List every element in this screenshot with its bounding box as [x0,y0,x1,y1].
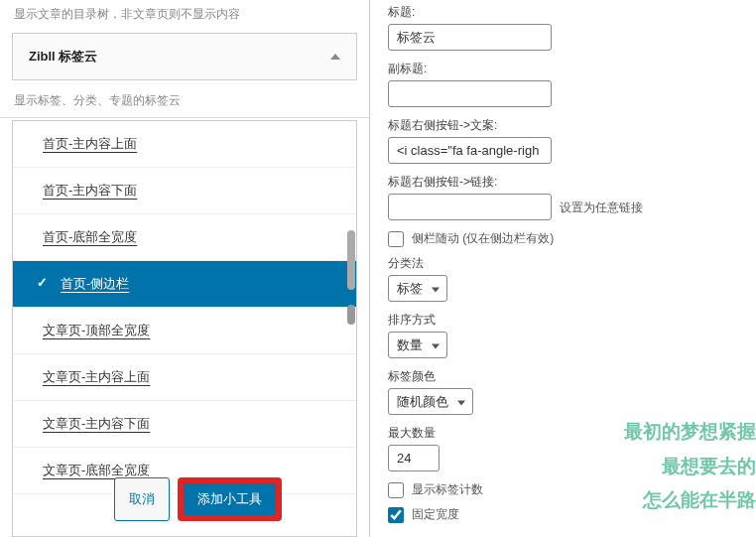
button-link-input[interactable] [388,194,552,220]
button-link-hint: 设置为任意链接 [560,201,643,214]
option-item[interactable]: 文章页-主内容下面 [13,401,356,448]
option-item[interactable]: 文章页-主内容上面 [13,354,356,401]
color-label: 标签颜色 [388,368,738,385]
add-button-highlight: 添加小工具 [178,477,282,521]
sidebar-follow-checkbox[interactable] [388,231,404,247]
sidebar-follow-label: 侧栏随动 (仅在侧边栏有效) [412,230,554,247]
max-label: 最大数量 [388,425,738,442]
option-item[interactable]: 首页-底部全宽度 [13,214,356,261]
options-scroll[interactable]: 首页-主内容上面首页-主内容下面首页-底部全宽度首页-侧边栏文章页-顶部全宽度文… [13,121,356,536]
option-item[interactable]: 首页-主内容上面 [13,121,356,168]
fixed-width-label: 固定宽度 [412,506,459,523]
show-count-checkbox[interactable] [388,482,404,498]
right-panel: 标题: 副标题: 标题右侧按钮->文案: 标题右侧按钮->链接: 设置为任意链接… [370,0,756,537]
widget-header-title: Zibll 标签云 [29,48,97,66]
option-item[interactable]: 首页-侧边栏 [13,261,356,308]
cancel-button[interactable]: 取消 [114,477,170,521]
taxonomy-label: 分类法 [388,255,738,272]
button-text-label: 标题右侧按钮->文案: [388,117,738,134]
widget-desc: 显示标签、分类、专题的标签云 [0,88,369,118]
show-count-label: 显示标签计数 [412,481,483,498]
fixed-width-checkbox[interactable] [388,507,404,523]
sort-select[interactable]: 数量 [388,332,447,358]
taxonomy-select[interactable]: 标签 [388,275,447,302]
title-input[interactable] [388,24,552,51]
add-widget-button[interactable]: 添加小工具 [184,483,276,515]
scrollbar-thumb[interactable] [347,305,355,325]
left-panel: 显示文章的目录树，非文章页则不显示内容 Zibll 标签云 显示标签、分类、专题… [0,0,370,537]
top-hint: 显示文章的目录树，非文章页则不显示内容 [0,0,369,25]
sort-label: 排序方式 [388,312,738,329]
title-label: 标题: [388,4,738,21]
footer-buttons: 取消 添加小工具 [114,477,282,521]
widget-header[interactable]: Zibll 标签云 [12,33,357,80]
subtitle-label: 副标题: [388,61,738,77]
option-item[interactable]: 文章页-顶部全宽度 [13,308,356,354]
max-input[interactable] [388,445,440,471]
options-list: 首页-主内容上面首页-主内容下面首页-底部全宽度首页-侧边栏文章页-顶部全宽度文… [12,120,357,537]
button-text-input[interactable] [388,137,552,164]
option-item[interactable]: 首页-主内容下面 [13,168,356,214]
collapse-icon [330,54,340,60]
subtitle-input[interactable] [388,80,552,107]
button-link-label: 标题右侧按钮->链接: [388,174,738,191]
scrollbar-thumb[interactable] [347,230,355,290]
color-select[interactable]: 随机颜色 [388,388,473,415]
